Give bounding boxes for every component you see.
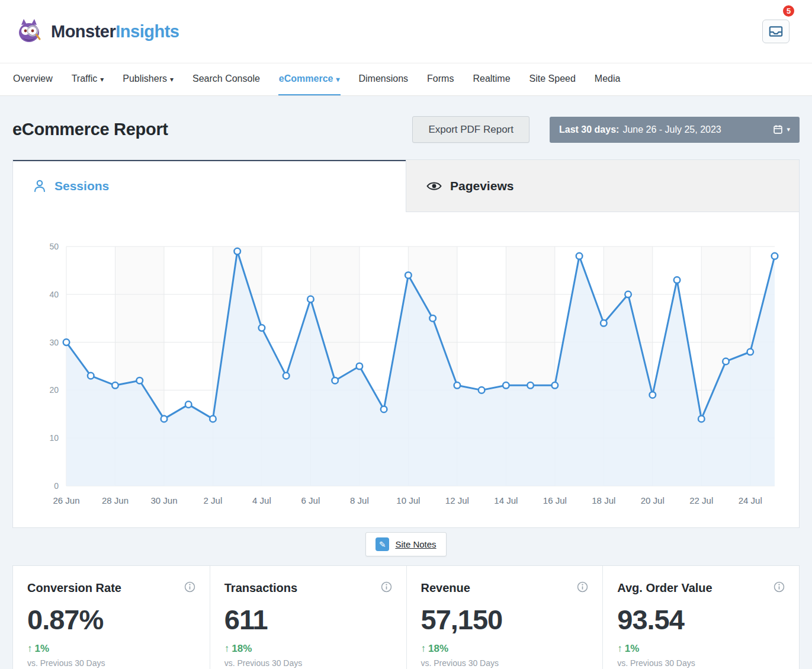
stat-value: 611 xyxy=(224,603,392,636)
nav-label: Publishers xyxy=(123,73,167,84)
svg-text:30: 30 xyxy=(49,338,59,347)
svg-text:40: 40 xyxy=(49,290,59,299)
chart-card: Sessions Pageviews 0102030405026 Jun28 J… xyxy=(12,159,800,528)
inbox-icon xyxy=(768,25,784,38)
stat-change: ↑ 18% xyxy=(224,643,392,655)
main-content: eCommerce Report Export PDF Report Last … xyxy=(0,116,812,669)
sessions-line-chart[interactable]: 0102030405026 Jun28 Jun30 Jun2 Jul4 Jul6… xyxy=(13,212,799,527)
stat-value: 57,150 xyxy=(421,603,589,636)
up-arrow-icon: ↑ xyxy=(224,643,230,655)
stat-change: ↑ 18% xyxy=(421,643,589,655)
page-title: eCommerce Report xyxy=(12,120,168,139)
info-icon[interactable] xyxy=(381,581,392,593)
ecommerce-report-page: MonsterInsights 5 Overview Traffic▾ Publ… xyxy=(0,0,812,669)
main-navigation: Overview Traffic▾ Publishers▾ Search Con… xyxy=(0,63,812,96)
brand-wordmark: MonsterInsights xyxy=(51,22,179,41)
svg-text:20: 20 xyxy=(49,385,59,395)
nav-item-forms[interactable]: Forms xyxy=(426,63,454,95)
svg-text:12 Jul: 12 Jul xyxy=(445,495,469,505)
stat-card-avg-order-value: Avg. Order Value 93.54 ↑ 1% vs. Previous… xyxy=(602,566,799,669)
nav-item-overview[interactable]: Overview xyxy=(12,63,53,95)
svg-text:14 Jul: 14 Jul xyxy=(494,495,518,505)
svg-text:10: 10 xyxy=(49,433,59,443)
notification-badge: 5 xyxy=(782,4,795,18)
notifications-button[interactable] xyxy=(762,20,789,43)
brand-monster: Monster xyxy=(51,22,115,41)
up-arrow-icon: ↑ xyxy=(617,643,622,655)
svg-text:50: 50 xyxy=(49,242,59,251)
header-actions: 5 xyxy=(762,20,789,43)
nav-label: Overview xyxy=(13,73,53,84)
stat-comparison-label: vs. Previous 30 Days xyxy=(421,658,589,668)
svg-text:2 Jul: 2 Jul xyxy=(204,495,223,505)
stat-comparison-label: vs. Previous 30 Days xyxy=(224,658,392,668)
up-arrow-icon: ↑ xyxy=(27,643,33,655)
info-icon[interactable] xyxy=(577,581,588,593)
tab-pageviews[interactable]: Pageviews xyxy=(406,160,799,212)
svg-text:18 Jul: 18 Jul xyxy=(592,495,615,505)
nav-item-publishers[interactable]: Publishers▾ xyxy=(122,63,174,95)
stat-comparison-label: vs. Previous 30 Days xyxy=(27,658,195,668)
nav-item-search-console[interactable]: Search Console xyxy=(192,63,261,95)
site-notes-row: ✎ Site Notes xyxy=(12,532,800,556)
stat-value: 93.54 xyxy=(617,603,785,636)
date-range-value: June 26 - July 25, 2023 xyxy=(622,124,721,135)
svg-text:0: 0 xyxy=(54,481,59,491)
brand-logo: MonsterInsights xyxy=(14,17,179,46)
stat-change-value: 18% xyxy=(232,643,252,655)
nav-item-realtime[interactable]: Realtime xyxy=(472,63,511,95)
stat-change-value: 1% xyxy=(35,643,50,655)
nav-item-traffic[interactable]: Traffic▾ xyxy=(71,63,105,95)
nav-item-media[interactable]: Media xyxy=(594,63,621,95)
stat-change-value: 18% xyxy=(428,643,448,655)
site-notes-label: Site Notes xyxy=(395,539,436,549)
svg-text:8 Jul: 8 Jul xyxy=(350,495,369,505)
tab-sessions[interactable]: Sessions xyxy=(13,160,406,212)
stat-value: 0.87% xyxy=(27,603,195,636)
stat-change: ↑ 1% xyxy=(27,643,195,655)
stat-title: Revenue xyxy=(421,581,470,595)
nav-item-dimensions[interactable]: Dimensions xyxy=(358,63,409,95)
pencil-icon: ✎ xyxy=(375,537,389,551)
svg-text:20 Jul: 20 Jul xyxy=(641,495,665,505)
date-range-picker[interactable]: Last 30 days: June 26 - July 25, 2023 ▾ xyxy=(550,117,800,143)
stats-summary: Conversion Rate 0.87% ↑ 1% vs. Previous … xyxy=(12,565,800,669)
date-range-label: Last 30 days: xyxy=(559,124,619,135)
report-header: eCommerce Report Export PDF Report Last … xyxy=(12,116,800,143)
svg-text:4 Jul: 4 Jul xyxy=(252,495,271,505)
tab-pageviews-label: Pageviews xyxy=(450,179,513,193)
chevron-down-icon: ▾ xyxy=(787,126,790,133)
svg-text:10 Jul: 10 Jul xyxy=(396,495,420,505)
nav-label: Traffic xyxy=(72,73,98,84)
report-actions: Export PDF Report Last 30 days: June 26 … xyxy=(412,116,800,143)
brand-insights: Insights xyxy=(115,22,179,41)
chevron-down-icon: ▾ xyxy=(170,75,174,84)
chevron-down-icon: ▾ xyxy=(100,75,104,84)
export-pdf-button[interactable]: Export PDF Report xyxy=(412,116,529,143)
stat-card-conversion-rate: Conversion Rate 0.87% ↑ 1% vs. Previous … xyxy=(13,566,210,669)
svg-text:30 Jun: 30 Jun xyxy=(150,495,177,505)
nav-item-site-speed[interactable]: Site Speed xyxy=(529,63,576,95)
monster-mascot-icon xyxy=(14,17,44,46)
nav-label: Search Console xyxy=(192,73,260,84)
calendar-icon xyxy=(773,124,783,135)
svg-text:16 Jul: 16 Jul xyxy=(543,495,567,505)
chart-tabs: Sessions Pageviews xyxy=(13,160,799,212)
stat-card-revenue: Revenue 57,150 ↑ 18% vs. Previous 30 Day… xyxy=(406,566,603,669)
stat-title: Avg. Order Value xyxy=(617,581,712,595)
person-icon xyxy=(33,179,46,193)
nav-label: Site Speed xyxy=(529,73,576,84)
nav-label: Realtime xyxy=(473,73,510,84)
stat-change-value: 1% xyxy=(625,643,640,655)
info-icon[interactable] xyxy=(184,581,195,593)
stat-title: Conversion Rate xyxy=(27,581,121,595)
app-header: MonsterInsights 5 xyxy=(0,0,812,63)
date-range-icons: ▾ xyxy=(773,124,790,135)
svg-text:28 Jun: 28 Jun xyxy=(102,495,129,505)
chevron-down-icon: ▾ xyxy=(336,75,339,84)
nav-item-ecommerce[interactable]: eCommerce▾ xyxy=(278,63,341,95)
info-icon[interactable] xyxy=(774,581,785,593)
svg-text:22 Jul: 22 Jul xyxy=(689,495,713,505)
nav-label: eCommerce xyxy=(279,73,333,84)
site-notes-button[interactable]: ✎ Site Notes xyxy=(365,532,446,556)
